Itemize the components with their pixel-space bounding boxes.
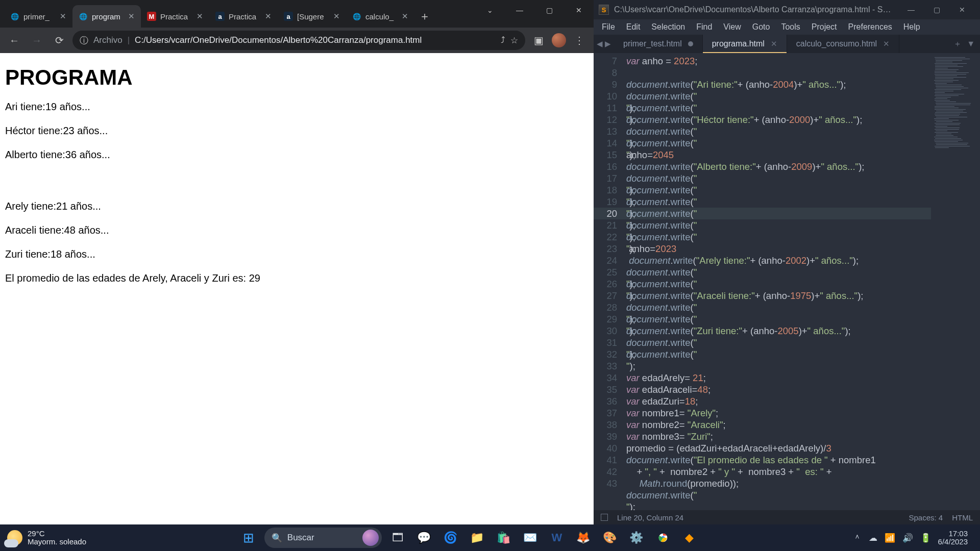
bookmark-icon[interactable]: ☆	[510, 35, 518, 46]
menu-goto[interactable]: Goto	[747, 20, 775, 34]
url-path: C:/Users/vcarr/OneDrive/Documentos/Alber…	[135, 35, 422, 45]
menu-view[interactable]: View	[718, 20, 746, 34]
forward-button[interactable]: →	[28, 31, 46, 49]
browser-tab-5[interactable]: 🌐 calculo_ ✕	[346, 5, 414, 28]
output-line: Héctor tiene:23 años...	[5, 125, 589, 137]
close-icon[interactable]: ✕	[564, 0, 594, 20]
chat-icon[interactable]: 💬	[413, 527, 435, 548]
code-content[interactable]: var anho = 2023;document.write("Ari tien…	[622, 53, 931, 510]
syntax-setting[interactable]: HTML	[952, 513, 973, 522]
cursor-position[interactable]: Line 20, Column 24	[617, 513, 683, 522]
maximize-icon[interactable]: ▢	[534, 0, 564, 20]
sublime-icon[interactable]: ◆	[679, 527, 700, 548]
minimize-icon[interactable]: —	[898, 0, 924, 19]
close-icon[interactable]: ✕	[333, 12, 340, 21]
taskbar-clock[interactable]: 17:03 6/4/2023	[938, 530, 972, 546]
menu-edit[interactable]: Edit	[621, 20, 646, 34]
battery-icon[interactable]: 🔋	[920, 533, 931, 543]
tab-dropdown-icon[interactable]: ▼	[967, 39, 975, 48]
info-icon[interactable]: ⓘ	[80, 35, 88, 46]
clock-time: 17:03	[938, 530, 968, 538]
output-line: Zuri tiene:18 años...	[5, 248, 589, 260]
sublime-statusbar: Line 20, Column 24 Spaces: 4 HTML	[594, 510, 980, 524]
close-icon[interactable]: ✕	[949, 0, 975, 19]
indent-setting[interactable]: Spaces: 4	[909, 513, 943, 522]
menu-preferences[interactable]: Preferences	[843, 20, 897, 34]
new-tab-button[interactable]: ＋	[414, 5, 435, 28]
word-icon[interactable]: W	[546, 527, 568, 548]
browser-tab-2[interactable]: M Practica ✕	[141, 5, 209, 28]
maximize-icon[interactable]: ▢	[924, 0, 949, 19]
alura-icon: a	[284, 12, 293, 21]
reload-button[interactable]: ⟳	[50, 31, 68, 49]
editor-tab-calculo[interactable]: calculo_consumo.html ✕	[787, 35, 899, 53]
editor-tab-programa[interactable]: programa.html ✕	[703, 35, 787, 53]
menu-find[interactable]: Find	[691, 20, 717, 34]
menu-project[interactable]: Project	[806, 20, 842, 34]
mail-icon[interactable]: ✉️	[520, 527, 541, 548]
panel-switcher-icon[interactable]	[601, 514, 608, 521]
kebab-menu-icon[interactable]: ⋮	[570, 31, 589, 49]
browser-tab-3[interactable]: a Practica ✕	[209, 5, 278, 28]
close-icon[interactable]: ✕	[197, 12, 203, 21]
wifi-icon[interactable]: 📶	[885, 533, 895, 543]
tray-chevron-icon[interactable]: ＾	[853, 532, 862, 544]
taskbar-center: ⊞ 🔍 Buscar 🗔 💬 🌀 📁 🛍️ ✉️ W 🦊 🎨 ⚙️ ◆	[93, 527, 845, 548]
taskbar-search[interactable]: 🔍 Buscar	[264, 528, 382, 548]
tab-title: Practica	[229, 12, 261, 21]
share-icon[interactable]: ⤴	[501, 35, 505, 45]
explorer-icon[interactable]: 📁	[467, 527, 488, 548]
close-icon[interactable]: ✕	[402, 12, 408, 21]
close-icon[interactable]: ✕	[60, 12, 66, 21]
sublime-titlebar[interactable]: S C:\Users\vcarr\OneDrive\Documentos\Alb…	[594, 0, 980, 19]
editor-area[interactable]: 7891011121314151617181920212223242526272…	[594, 53, 980, 510]
tab-title: primer_	[23, 12, 56, 21]
browser-tab-4[interactable]: a [Sugere ✕	[278, 5, 346, 28]
firefox-icon[interactable]: 🦊	[573, 527, 594, 548]
search-icon: 🔍	[272, 533, 282, 543]
tab-title: program	[92, 12, 124, 21]
store-icon[interactable]: 🛍️	[493, 527, 514, 548]
edge-icon[interactable]: 🌀	[440, 527, 461, 548]
tab-back-icon[interactable]: ◀	[597, 39, 603, 48]
onedrive-icon[interactable]: ☁	[869, 533, 877, 543]
settings-icon[interactable]: ⚙️	[626, 527, 647, 548]
task-view-icon[interactable]: 🗔	[387, 527, 408, 548]
taskbar-weather[interactable]: 29°C Mayorm. soleado	[0, 530, 93, 546]
weather-temp: 29°C	[28, 530, 86, 538]
close-icon[interactable]: ✕	[128, 12, 135, 21]
tab-title: [Sugere	[297, 12, 329, 21]
menu-help[interactable]: Help	[898, 20, 925, 34]
close-icon[interactable]: ✕	[771, 39, 777, 48]
tab-history-nav: ◀ ▶	[594, 35, 614, 53]
minimize-icon[interactable]: —	[505, 0, 534, 20]
separator: |	[128, 35, 130, 45]
browser-tab-0[interactable]: 🌐 primer_ ✕	[4, 5, 72, 28]
profile-avatar[interactable]	[552, 33, 566, 47]
close-icon[interactable]: ✕	[883, 39, 890, 48]
back-button[interactable]: ←	[5, 31, 23, 49]
tab-forward-icon[interactable]: ▶	[605, 39, 611, 48]
minimap[interactable]	[931, 53, 980, 510]
system-tray: ＾ ☁ 📶 🔊 🔋 17:03 6/4/2023	[845, 530, 980, 546]
menu-tools[interactable]: Tools	[776, 20, 805, 34]
output-line: El promedio de las edades de Arely, Arac…	[5, 272, 589, 284]
menu-file[interactable]: File	[597, 20, 620, 34]
volume-icon[interactable]: 🔊	[902, 533, 913, 543]
sublime-title-path: C:\Users\vcarr\OneDrive\Documentos\Alber…	[614, 5, 893, 14]
windows-taskbar: 29°C Mayorm. soleado ⊞ 🔍 Buscar 🗔 💬 🌀 📁 …	[0, 524, 980, 551]
clock-date: 6/4/2023	[938, 538, 968, 546]
search-highlight-icon	[362, 530, 379, 546]
side-panel-icon[interactable]: ▣	[529, 31, 548, 49]
start-button[interactable]: ⊞	[238, 527, 259, 548]
chrome-icon[interactable]	[652, 527, 674, 548]
editor-tab-primer[interactable]: primer_test.html	[614, 35, 703, 53]
close-icon[interactable]: ✕	[265, 12, 272, 21]
page-heading: PROGRAMA	[5, 65, 589, 90]
new-tab-icon[interactable]: ＋	[953, 39, 962, 49]
copilot-icon[interactable]: 🎨	[599, 527, 621, 548]
browser-tab-1[interactable]: 🌐 program ✕	[72, 5, 141, 28]
tab-search-icon[interactable]: ⌄	[475, 0, 505, 20]
address-bar[interactable]: ⓘ Archivo | C:/Users/vcarr/OneDrive/Docu…	[72, 31, 525, 50]
menu-selection[interactable]: Selection	[646, 20, 690, 34]
